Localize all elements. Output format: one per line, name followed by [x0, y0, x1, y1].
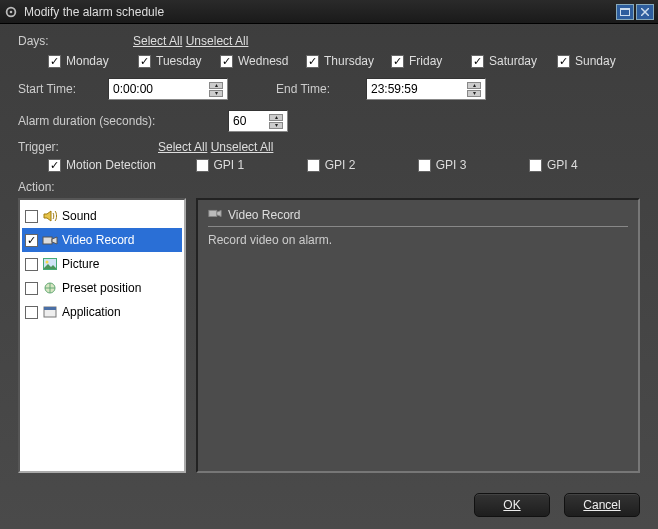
trigger-unselect-all-link[interactable]: Unselect All: [211, 140, 274, 154]
checkbox[interactable]: ✓: [391, 55, 404, 68]
picture-icon: [42, 256, 58, 272]
trigger-label: Trigger:: [18, 140, 158, 154]
action-item-application[interactable]: Application: [22, 300, 182, 324]
spin-up-icon[interactable]: ▴: [467, 82, 481, 89]
trigger-gpi-4[interactable]: GPI 4: [529, 158, 640, 172]
day-friday[interactable]: ✓Friday: [391, 54, 471, 68]
spinner[interactable]: ▴▾: [467, 80, 481, 98]
checkbox[interactable]: ✓: [306, 55, 319, 68]
speaker-icon: [42, 208, 58, 224]
trigger-gpi-3[interactable]: GPI 3: [418, 158, 529, 172]
svg-rect-12: [209, 210, 217, 216]
checkbox[interactable]: [25, 258, 38, 271]
preset-icon: [42, 280, 58, 296]
alarm-duration-input[interactable]: 60 ▴▾: [228, 110, 288, 132]
action-item-preset-position[interactable]: Preset position: [22, 276, 182, 300]
spin-down-icon[interactable]: ▾: [209, 90, 223, 97]
checkbox[interactable]: ✓: [48, 159, 61, 172]
day-thursday[interactable]: ✓Thursday: [306, 54, 391, 68]
trigger-gpi-1[interactable]: GPI 1: [196, 158, 307, 172]
spinner[interactable]: ▴▾: [269, 112, 283, 130]
checkbox[interactable]: ✓: [471, 55, 484, 68]
action-detail-panel: Video Record Record video on alarm.: [196, 198, 640, 473]
alarm-duration-label: Alarm duration (seconds):: [18, 114, 218, 128]
checkbox[interactable]: [25, 306, 38, 319]
action-list[interactable]: Sound ✓ Video Record Picture Preset posi…: [18, 198, 186, 473]
trigger-gpi-2[interactable]: GPI 2: [307, 158, 418, 172]
days-label: Days:: [18, 34, 133, 48]
titlebar: Modify the alarm schedule: [0, 0, 658, 24]
trigger-select-all-link[interactable]: Select All: [158, 140, 207, 154]
dialog-footer: OK Cancel: [0, 483, 658, 529]
checkbox[interactable]: [25, 210, 38, 223]
checkbox[interactable]: [418, 159, 431, 172]
action-item-video-record[interactable]: ✓ Video Record: [22, 228, 182, 252]
gear-icon: [4, 5, 18, 19]
checkbox[interactable]: ✓: [48, 55, 61, 68]
action-label: Action:: [18, 180, 640, 194]
days-unselect-all-link[interactable]: Unselect All: [186, 34, 249, 48]
day-tuesday[interactable]: ✓Tuesday: [138, 54, 220, 68]
ok-button[interactable]: OK: [474, 493, 550, 517]
window-title: Modify the alarm schedule: [24, 5, 164, 19]
checkbox[interactable]: [196, 159, 209, 172]
day-monday[interactable]: ✓Monday: [48, 54, 138, 68]
close-button[interactable]: [636, 4, 654, 20]
checkbox[interactable]: [529, 159, 542, 172]
action-detail-title: Video Record: [228, 208, 301, 222]
days-select-all-link[interactable]: Select All: [133, 34, 182, 48]
checkbox[interactable]: ✓: [25, 234, 38, 247]
svg-point-8: [46, 261, 49, 264]
day-sunday[interactable]: ✓Sunday: [557, 54, 616, 68]
camera-icon: [208, 206, 222, 223]
checkbox[interactable]: ✓: [220, 55, 233, 68]
start-time-label: Start Time:: [18, 82, 98, 96]
trigger-row: ✓Motion Detection GPI 1 GPI 2 GPI 3 GPI …: [48, 158, 640, 172]
spin-down-icon[interactable]: ▾: [467, 90, 481, 97]
start-time-input[interactable]: 0:00:00 ▴▾: [108, 78, 228, 100]
checkbox[interactable]: ✓: [557, 55, 570, 68]
application-icon: [42, 304, 58, 320]
svg-rect-6: [43, 237, 52, 244]
action-detail-description: Record video on alarm.: [208, 233, 628, 247]
spin-up-icon[interactable]: ▴: [209, 82, 223, 89]
camera-icon: [42, 232, 58, 248]
checkbox[interactable]: [25, 282, 38, 295]
trigger-motion-detection[interactable]: ✓Motion Detection: [48, 158, 196, 172]
end-time-label: End Time:: [276, 82, 356, 96]
spinner[interactable]: ▴▾: [209, 80, 223, 98]
maximize-button[interactable]: [616, 4, 634, 20]
action-item-picture[interactable]: Picture: [22, 252, 182, 276]
days-row: ✓Monday ✓Tuesday ✓Wednesd ✓Thursday ✓Fri…: [48, 54, 640, 68]
day-saturday[interactable]: ✓Saturday: [471, 54, 557, 68]
svg-rect-11: [44, 307, 56, 310]
checkbox[interactable]: [307, 159, 320, 172]
dialog-window: Modify the alarm schedule Days: Select A…: [0, 0, 658, 529]
end-time-input[interactable]: 23:59:59 ▴▾: [366, 78, 486, 100]
spin-down-icon[interactable]: ▾: [269, 122, 283, 129]
action-item-sound[interactable]: Sound: [22, 204, 182, 228]
day-wednesday[interactable]: ✓Wednesd: [220, 54, 306, 68]
svg-point-1: [10, 10, 13, 13]
spin-up-icon[interactable]: ▴: [269, 114, 283, 121]
checkbox[interactable]: ✓: [138, 55, 151, 68]
cancel-button[interactable]: Cancel: [564, 493, 640, 517]
